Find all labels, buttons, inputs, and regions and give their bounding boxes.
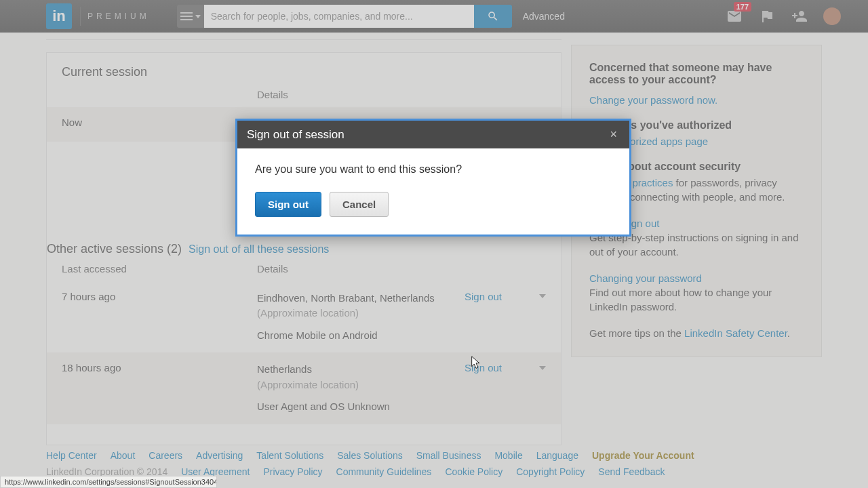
signout-button[interactable]: Sign out: [255, 192, 321, 217]
cancel-button[interactable]: Cancel: [330, 192, 389, 217]
status-bar-url: https://www.linkedin.com/settings/sessio…: [0, 476, 217, 488]
close-icon[interactable]: ×: [607, 127, 620, 142]
modal-body-text: Are you sure you want to end this sessio…: [237, 148, 629, 180]
modal-overlay[interactable]: [0, 0, 868, 488]
signout-modal: Sign out of session × Are you sure you w…: [235, 119, 631, 237]
modal-title: Sign out of session: [247, 128, 344, 142]
